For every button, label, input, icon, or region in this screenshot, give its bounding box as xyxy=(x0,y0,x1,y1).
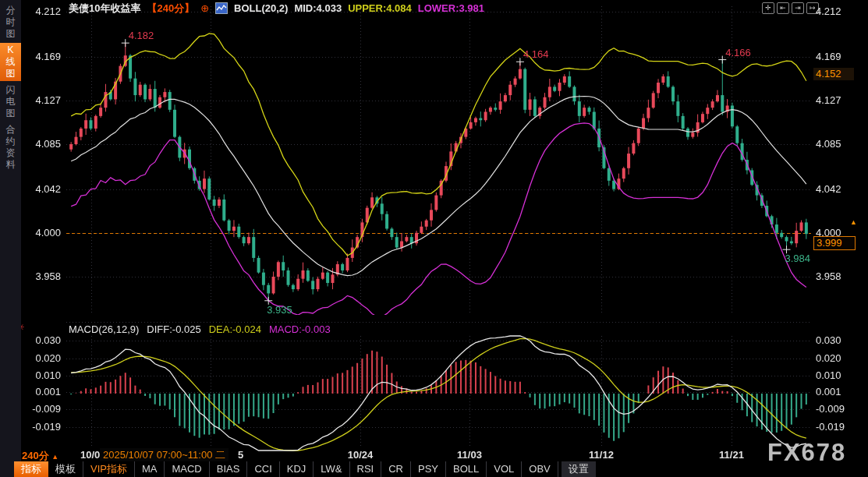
compress-axis-icon[interactable]: ⇤ xyxy=(777,2,789,14)
y-axis-label: 4.042 xyxy=(816,184,855,195)
symbol-title: 美债10年收益率 xyxy=(69,2,140,16)
sidebar-tab-active[interactable]: K线图 xyxy=(0,43,21,81)
price-annotation: 3.984 xyxy=(785,253,811,264)
toolbar-item-active[interactable]: 指标 xyxy=(14,461,48,477)
macd-diff-value: DIFF:-0.025 xyxy=(147,323,200,335)
add-compare-icon[interactable]: ⊕ xyxy=(200,2,209,14)
period-tag: 【240分】 xyxy=(147,2,194,16)
chart-header: 美债10年收益率 【240分】 ⊕ BOLL(20,2) MID:4.033 U… xyxy=(69,2,484,15)
toolbar-item-settings[interactable]: 设置 xyxy=(562,461,596,477)
macd-axis-label: 0.010 xyxy=(22,370,61,381)
toolbar-item-indicator[interactable]: OBV xyxy=(522,461,558,477)
y-axis-label: 4.127 xyxy=(816,95,855,106)
chart-app: 分时图K线图闪电图合约资料 美债10年收益率 【240分】 ⊕ BOLL(20,… xyxy=(0,0,868,477)
left-sidebar: 分时图K线图闪电图合约资料 xyxy=(0,0,21,477)
y-axis-label: 3.958 xyxy=(22,271,61,282)
macd-axis-label: -0.009 xyxy=(816,404,855,415)
macd-dea-value: DEA:-0.024 xyxy=(209,323,261,335)
y-axis-label: 4.085 xyxy=(816,139,855,150)
toolbar-item-indicator[interactable]: CCI xyxy=(247,461,279,477)
indicator-toolbar: 指标模板VIP指标MAMACDBIASCCIKDJLW&RSICRPSYBOLL… xyxy=(14,461,596,477)
sidebar-tab-item[interactable]: 闪电图 xyxy=(0,83,21,121)
price-annotation: 4.164 xyxy=(523,48,549,60)
y-axis-label: 4.212 xyxy=(816,6,855,17)
sidebar-tab-item[interactable]: 分时图 xyxy=(0,3,21,41)
macd-axis-label: 0.020 xyxy=(22,353,61,364)
macd-macd-value: MACD:-0.003 xyxy=(269,323,331,335)
x-axis-date-label: 11/03 xyxy=(457,449,482,461)
y-axis-label: 4.000 xyxy=(22,228,61,238)
y-axis-label: 4.169 xyxy=(816,51,855,62)
price-annotation: 3.935 xyxy=(267,304,292,316)
macd-axis-label: 0.010 xyxy=(816,370,855,381)
y-axis-label: 4.127 xyxy=(22,95,61,106)
price-annotation: 4.182 xyxy=(129,30,154,41)
expand-axis-icon[interactable]: ⇥ xyxy=(792,2,804,14)
pan-tool-icon[interactable]: ✛ xyxy=(762,2,774,14)
y-axis-label: 4.169 xyxy=(22,51,61,62)
y-axis-label: 3.958 xyxy=(816,271,855,282)
x-axis-date-label: 11/21 xyxy=(719,449,744,461)
toolbar-item-indicator[interactable]: RSI xyxy=(350,461,382,477)
chart-canvas[interactable] xyxy=(0,0,868,477)
macd-indicator-label: MACD(26,12,9) xyxy=(69,323,139,335)
toolbar-item-indicator[interactable]: MA xyxy=(135,461,165,477)
mini-chart-icon[interactable] xyxy=(215,2,228,14)
x-axis-partial-label-2: 5 xyxy=(238,449,243,461)
period-arrow-icon: ▲ xyxy=(51,453,58,461)
toolbar-item-indicator[interactable]: MACD xyxy=(165,461,209,477)
macd-axis-label: -0.019 xyxy=(816,422,855,433)
toolbar-item-indicator[interactable]: 模板 xyxy=(48,461,83,477)
chart-tool-icons: ✛⇤⇥↦ xyxy=(762,2,819,14)
bar-datetime-tooltip: 2025/10/07 07:00~11:00 二 xyxy=(100,448,229,461)
x-axis-partial-label: 10/0 xyxy=(80,449,100,461)
macd-axis-label: 0.001 xyxy=(22,387,61,398)
toolbar-item-indicator[interactable]: BIAS xyxy=(210,461,248,477)
toolbar-item-indicator[interactable]: BOLL xyxy=(446,461,487,477)
boll-mid-value: MID:4.033 xyxy=(294,2,342,14)
macd-axis-label: 0.030 xyxy=(22,335,61,346)
sidebar-tab-item[interactable]: 合约资料 xyxy=(0,122,21,172)
boll-indicator-label: BOLL(20,2) xyxy=(234,2,288,14)
boll-upper-value: UPPER:4.084 xyxy=(348,2,412,14)
macd-axis-label: 0.020 xyxy=(816,353,855,364)
y-axis-label: 4.042 xyxy=(22,184,61,195)
toolbar-item-indicator[interactable]: KDJ xyxy=(280,461,314,477)
toolbar-item-indicator[interactable]: VOL xyxy=(487,461,522,477)
y-axis-label: 4.085 xyxy=(22,139,61,150)
price-annotation: 4.166 xyxy=(725,47,751,58)
boll-lower-value: LOWER:3.981 xyxy=(418,2,484,14)
macd-axis-label: -0.009 xyxy=(22,404,61,415)
macd-header: MACD(26,12,9) DIFF:-0.025 DEA:-0.024 MAC… xyxy=(69,323,331,335)
toolbar-item-vip[interactable]: VIP指标 xyxy=(83,461,135,477)
toolbar-item-indicator[interactable]: CR xyxy=(381,461,411,477)
right-axis-highlight-4152: 4.152 xyxy=(813,68,854,80)
y-axis-label: 4.000 xyxy=(816,228,855,238)
toolbar-item-indicator[interactable]: LW& xyxy=(314,461,349,477)
macd-axis-label: -0.019 xyxy=(22,422,61,433)
x-axis-date-label: 11/12 xyxy=(589,449,614,461)
macd-axis-label: 0.030 xyxy=(816,335,855,346)
time-axis-row: 240分 ▲ 10/0 2025/10/07 07:00~11:00 二 5 1… xyxy=(0,447,868,462)
macd-axis-label: 0.001 xyxy=(816,387,855,398)
x-axis-date-label: 10/24 xyxy=(348,449,374,461)
y-axis-label: 4.212 xyxy=(22,6,61,17)
toolbar-item-indicator[interactable]: PSY xyxy=(411,461,446,477)
price-marker-arrow-icon: ▲ xyxy=(850,219,857,226)
